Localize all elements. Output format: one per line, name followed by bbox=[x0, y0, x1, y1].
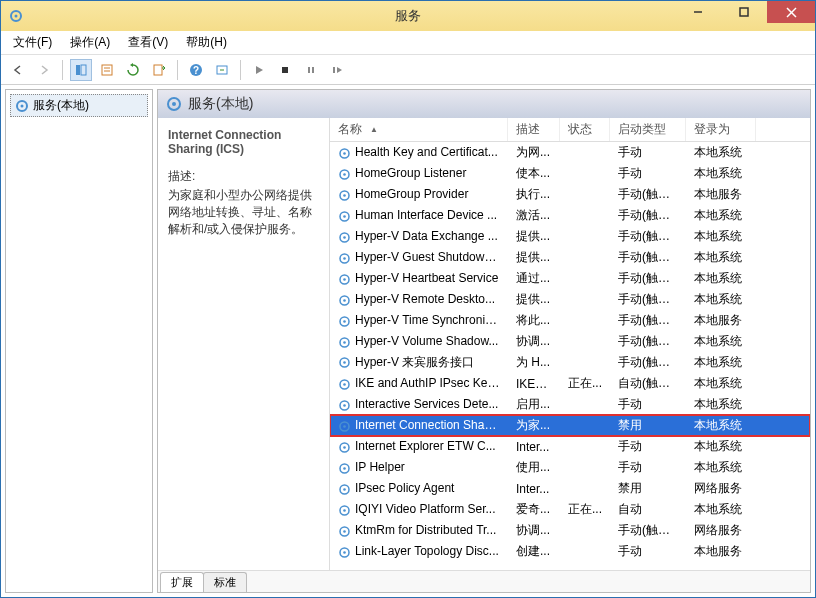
service-row[interactable]: Human Interface Device ...激活...手动(触发...本… bbox=[330, 205, 810, 226]
cell-name: Hyper-V Remote Deskto... bbox=[330, 292, 508, 306]
cell-startup: 自动(触发... bbox=[610, 375, 686, 392]
service-row[interactable]: IP Helper使用...手动本地系统 bbox=[330, 457, 810, 478]
service-row[interactable]: IPsec Policy AgentInter...禁用网络服务 bbox=[330, 478, 810, 499]
svg-point-24 bbox=[343, 152, 346, 155]
gear-icon bbox=[338, 231, 351, 244]
cell-startup: 手动 bbox=[610, 459, 686, 476]
cell-desc: 执行... bbox=[508, 186, 560, 203]
service-list: 名称▲ 描述 状态 启动类型 登录为 Health Key and Certif… bbox=[330, 118, 810, 570]
gear-icon bbox=[338, 504, 351, 517]
tab-standard[interactable]: 标准 bbox=[203, 572, 247, 592]
service-row[interactable]: Interactive Services Dete...启用...手动本地系统 bbox=[330, 394, 810, 415]
cell-logon: 本地服务 bbox=[686, 543, 756, 560]
properties-button[interactable] bbox=[96, 59, 118, 81]
detail-panel: Internet Connection Sharing (ICS) 描述: 为家… bbox=[158, 118, 330, 570]
forward-button[interactable] bbox=[33, 59, 55, 81]
back-button[interactable] bbox=[7, 59, 29, 81]
right-header: 服务(本地) bbox=[158, 90, 810, 118]
cell-desc: 将此... bbox=[508, 312, 560, 329]
service-row[interactable]: Internet Explorer ETW C...Inter...手动本地系统 bbox=[330, 436, 810, 457]
service-row[interactable]: Internet Connection Shari...为家...禁用本地系统 bbox=[330, 415, 810, 436]
service-row[interactable]: KtmRm for Distributed Tr...协调...手动(触发...… bbox=[330, 520, 810, 541]
svg-point-46 bbox=[343, 383, 346, 386]
service-row[interactable]: Health Key and Certificat...为网...手动本地系统 bbox=[330, 142, 810, 163]
close-button[interactable] bbox=[767, 1, 815, 23]
toolbar-separator bbox=[177, 60, 178, 80]
detail-desc-label: 描述: bbox=[168, 168, 319, 185]
service-row[interactable]: IQIYI Video Platform Ser...爱奇...正在...自动本… bbox=[330, 499, 810, 520]
service-row[interactable]: IKE and AuthIP IPsec Key...IKEE...正在...自… bbox=[330, 373, 810, 394]
menu-help[interactable]: 帮助(H) bbox=[178, 32, 235, 53]
svg-rect-7 bbox=[81, 65, 86, 75]
right-pane: 服务(本地) Internet Connection Sharing (ICS)… bbox=[157, 89, 811, 593]
cell-logon: 本地系统 bbox=[686, 501, 756, 518]
column-header-name[interactable]: 名称▲ bbox=[330, 118, 508, 141]
cell-logon: 本地系统 bbox=[686, 354, 756, 371]
cell-startup: 手动 bbox=[610, 396, 686, 413]
tab-bar: 扩展 标准 bbox=[158, 570, 810, 592]
show-hide-tree-button[interactable] bbox=[70, 59, 92, 81]
service-row[interactable]: Hyper-V Data Exchange ...提供...手动(触发...本地… bbox=[330, 226, 810, 247]
service-row[interactable]: Hyper-V 来宾服务接口为 H...手动(触发...本地系统 bbox=[330, 352, 810, 373]
column-header-logon[interactable]: 登录为 bbox=[686, 118, 756, 141]
list-header: 名称▲ 描述 状态 启动类型 登录为 bbox=[330, 118, 810, 142]
cell-logon: 本地服务 bbox=[686, 312, 756, 329]
gear-icon bbox=[338, 336, 351, 349]
cell-name: Link-Layer Topology Disc... bbox=[330, 544, 508, 558]
cell-desc: 提供... bbox=[508, 249, 560, 266]
svg-rect-16 bbox=[308, 67, 310, 73]
cell-status: 正在... bbox=[560, 501, 610, 518]
cell-desc: IKEE... bbox=[508, 377, 560, 391]
service-row[interactable]: Hyper-V Volume Shadow...协调...手动(触发...本地系… bbox=[330, 331, 810, 352]
service-row[interactable]: Hyper-V Guest Shutdown...提供...手动(触发...本地… bbox=[330, 247, 810, 268]
cell-logon: 本地系统 bbox=[686, 333, 756, 350]
cell-desc: 提供... bbox=[508, 228, 560, 245]
gear-icon bbox=[338, 420, 351, 433]
gear-icon bbox=[338, 210, 351, 223]
detail-desc: 为家庭和小型办公网络提供网络地址转换、寻址、名称解析和/或入侵保护服务。 bbox=[168, 187, 319, 238]
pause-service-button[interactable] bbox=[300, 59, 322, 81]
cell-logon: 网络服务 bbox=[686, 522, 756, 539]
column-header-status[interactable]: 状态 bbox=[560, 118, 610, 141]
start-service-button[interactable] bbox=[248, 59, 270, 81]
service-row[interactable]: Hyper-V Time Synchroniz...将此...手动(触发...本… bbox=[330, 310, 810, 331]
svg-point-42 bbox=[343, 341, 346, 344]
svg-point-44 bbox=[343, 362, 346, 365]
list-rows[interactable]: Health Key and Certificat...为网...手动本地系统H… bbox=[330, 142, 810, 570]
stop-service-button[interactable] bbox=[274, 59, 296, 81]
maximize-button[interactable] bbox=[721, 1, 767, 23]
titlebar[interactable]: 服务 bbox=[1, 1, 815, 31]
column-header-desc[interactable]: 描述 bbox=[508, 118, 560, 141]
svg-point-60 bbox=[343, 530, 346, 533]
svg-point-48 bbox=[343, 404, 346, 407]
restart-service-button[interactable] bbox=[326, 59, 348, 81]
cell-logon: 本地系统 bbox=[686, 270, 756, 287]
tab-extended[interactable]: 扩展 bbox=[160, 572, 204, 592]
cell-name: Hyper-V Time Synchroniz... bbox=[330, 313, 508, 327]
minimize-button[interactable] bbox=[675, 1, 721, 23]
menu-action[interactable]: 操作(A) bbox=[62, 32, 118, 53]
help-button[interactable]: ? bbox=[185, 59, 207, 81]
svg-point-50 bbox=[343, 425, 346, 428]
toolbar-button[interactable] bbox=[211, 59, 233, 81]
column-header-startup[interactable]: 启动类型 bbox=[610, 118, 686, 141]
cell-startup: 手动(触发... bbox=[610, 207, 686, 224]
menu-file[interactable]: 文件(F) bbox=[5, 32, 60, 53]
refresh-button[interactable] bbox=[122, 59, 144, 81]
export-button[interactable] bbox=[148, 59, 170, 81]
cell-startup: 手动(触发... bbox=[610, 186, 686, 203]
service-row[interactable]: Link-Layer Topology Disc...创建...手动本地服务 bbox=[330, 541, 810, 562]
service-row[interactable]: HomeGroup Provider执行...手动(触发...本地服务 bbox=[330, 184, 810, 205]
tree-item-services-local[interactable]: 服务(本地) bbox=[10, 94, 148, 117]
service-row[interactable]: Hyper-V Heartbeat Service通过...手动(触发...本地… bbox=[330, 268, 810, 289]
service-row[interactable]: Hyper-V Remote Deskto...提供...手动(触发...本地系… bbox=[330, 289, 810, 310]
services-window: 服务 文件(F) 操作(A) 查看(V) 帮助(H) ? bbox=[0, 0, 816, 598]
cell-desc: 为家... bbox=[508, 417, 560, 434]
cell-name: Internet Connection Shari... bbox=[330, 418, 508, 432]
gear-icon bbox=[338, 462, 351, 475]
body-area: 服务(本地) 服务(本地) Internet Connection Sharin… bbox=[1, 85, 815, 597]
gear-icon bbox=[166, 96, 182, 112]
service-row[interactable]: HomeGroup Listener使本...手动本地系统 bbox=[330, 163, 810, 184]
menu-view[interactable]: 查看(V) bbox=[120, 32, 176, 53]
cell-name: IKE and AuthIP IPsec Key... bbox=[330, 376, 508, 390]
